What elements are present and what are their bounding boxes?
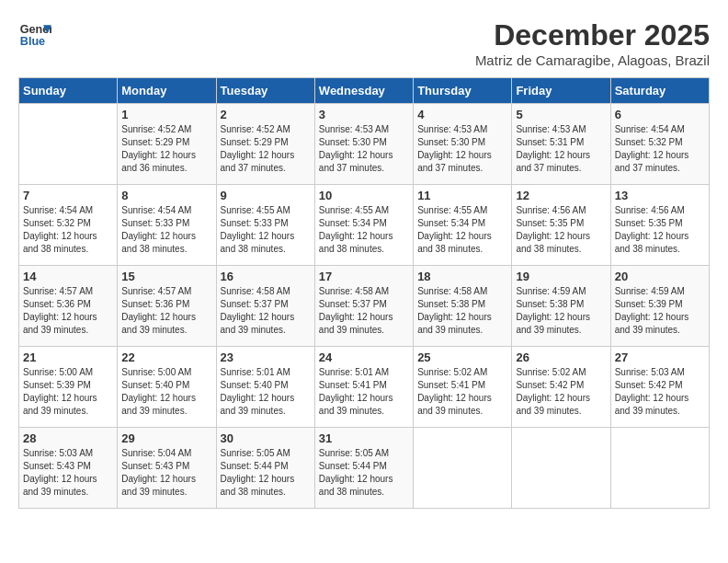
day-info: Sunrise: 4:52 AM Sunset: 5:29 PM Dayligh… (121, 123, 211, 175)
page-header: General Blue December 2025 Matriz de Cam… (18, 18, 710, 68)
day-info: Sunrise: 5:02 AM Sunset: 5:42 PM Dayligh… (516, 366, 606, 418)
calendar-cell: 9Sunrise: 4:55 AM Sunset: 5:33 PM Daylig… (216, 185, 314, 266)
day-info: Sunrise: 4:58 AM Sunset: 5:37 PM Dayligh… (221, 285, 311, 337)
calendar-cell: 15Sunrise: 4:57 AM Sunset: 5:36 PM Dayli… (118, 266, 216, 347)
weekday-header: Friday (512, 78, 610, 104)
calendar-cell: 13Sunrise: 4:56 AM Sunset: 5:35 PM Dayli… (610, 185, 709, 266)
day-number: 2 (221, 108, 311, 121)
day-number: 23 (221, 350, 311, 364)
day-number: 30 (221, 431, 311, 445)
day-number: 1 (121, 108, 211, 121)
day-number: 18 (417, 270, 507, 283)
day-info: Sunrise: 4:53 AM Sunset: 5:31 PM Dayligh… (516, 123, 606, 175)
day-info: Sunrise: 4:54 AM Sunset: 5:32 PM Dayligh… (615, 123, 705, 175)
day-info: Sunrise: 4:56 AM Sunset: 5:35 PM Dayligh… (516, 204, 606, 256)
day-number: 25 (417, 350, 507, 364)
day-info: Sunrise: 5:04 AM Sunset: 5:43 PM Dayligh… (121, 447, 211, 499)
day-info: Sunrise: 4:59 AM Sunset: 5:38 PM Dayligh… (516, 285, 606, 337)
calendar-cell: 4Sunrise: 4:53 AM Sunset: 5:30 PM Daylig… (414, 104, 512, 185)
calendar-cell: 31Sunrise: 5:05 AM Sunset: 5:44 PM Dayli… (314, 428, 413, 509)
day-number: 17 (319, 270, 409, 283)
calendar-cell: 25Sunrise: 5:02 AM Sunset: 5:41 PM Dayli… (414, 347, 512, 428)
calendar-cell: 8Sunrise: 4:54 AM Sunset: 5:33 PM Daylig… (118, 185, 216, 266)
weekday-header: Tuesday (216, 78, 314, 104)
day-info: Sunrise: 4:58 AM Sunset: 5:37 PM Dayligh… (319, 285, 409, 337)
logo-icon: General Blue (18, 18, 51, 52)
calendar-cell (19, 104, 118, 185)
day-number: 11 (417, 189, 507, 202)
day-number: 4 (417, 108, 507, 121)
day-info: Sunrise: 5:01 AM Sunset: 5:41 PM Dayligh… (319, 366, 409, 418)
calendar-cell: 17Sunrise: 4:58 AM Sunset: 5:37 PM Dayli… (314, 266, 413, 347)
day-info: Sunrise: 4:58 AM Sunset: 5:38 PM Dayligh… (417, 285, 507, 337)
day-info: Sunrise: 4:55 AM Sunset: 5:34 PM Dayligh… (417, 204, 507, 256)
day-info: Sunrise: 5:00 AM Sunset: 5:40 PM Dayligh… (121, 366, 211, 418)
day-info: Sunrise: 5:03 AM Sunset: 5:43 PM Dayligh… (23, 447, 113, 499)
calendar-cell: 7Sunrise: 4:54 AM Sunset: 5:32 PM Daylig… (19, 185, 118, 266)
day-number: 21 (23, 350, 113, 364)
day-info: Sunrise: 4:52 AM Sunset: 5:29 PM Dayligh… (221, 123, 311, 175)
day-number: 28 (23, 431, 113, 445)
day-number: 27 (615, 350, 705, 364)
calendar-cell: 18Sunrise: 4:58 AM Sunset: 5:38 PM Dayli… (414, 266, 512, 347)
day-info: Sunrise: 4:54 AM Sunset: 5:32 PM Dayligh… (23, 204, 113, 256)
day-number: 31 (319, 431, 409, 445)
day-info: Sunrise: 4:56 AM Sunset: 5:35 PM Dayligh… (615, 204, 705, 256)
calendar-cell: 24Sunrise: 5:01 AM Sunset: 5:41 PM Dayli… (314, 347, 413, 428)
day-number: 29 (121, 431, 211, 445)
calendar-cell: 29Sunrise: 5:04 AM Sunset: 5:43 PM Dayli… (118, 428, 216, 509)
weekday-header: Wednesday (314, 78, 413, 104)
calendar-cell (610, 428, 709, 509)
calendar-table: SundayMondayTuesdayWednesdayThursdayFrid… (18, 77, 710, 509)
day-number: 22 (121, 350, 211, 364)
day-info: Sunrise: 5:03 AM Sunset: 5:42 PM Dayligh… (615, 366, 705, 418)
calendar-cell: 12Sunrise: 4:56 AM Sunset: 5:35 PM Dayli… (512, 185, 610, 266)
calendar-cell: 22Sunrise: 5:00 AM Sunset: 5:40 PM Dayli… (118, 347, 216, 428)
calendar-cell (414, 428, 512, 509)
month-year-title: December 2025 (475, 18, 710, 52)
day-info: Sunrise: 5:00 AM Sunset: 5:39 PM Dayligh… (23, 366, 113, 418)
day-number: 16 (221, 270, 311, 283)
day-number: 12 (516, 189, 606, 202)
day-number: 10 (319, 189, 409, 202)
day-number: 8 (121, 189, 211, 202)
day-number: 3 (319, 108, 409, 121)
day-info: Sunrise: 5:05 AM Sunset: 5:44 PM Dayligh… (319, 447, 409, 499)
calendar-cell: 6Sunrise: 4:54 AM Sunset: 5:32 PM Daylig… (610, 104, 709, 185)
day-number: 7 (23, 189, 113, 202)
calendar-cell: 14Sunrise: 4:57 AM Sunset: 5:36 PM Dayli… (19, 266, 118, 347)
weekday-header: Saturday (610, 78, 709, 104)
day-number: 13 (615, 189, 705, 202)
calendar-cell: 27Sunrise: 5:03 AM Sunset: 5:42 PM Dayli… (610, 347, 709, 428)
day-number: 26 (516, 350, 606, 364)
svg-text:Blue: Blue (20, 35, 45, 48)
day-info: Sunrise: 4:57 AM Sunset: 5:36 PM Dayligh… (121, 285, 211, 337)
day-info: Sunrise: 4:57 AM Sunset: 5:36 PM Dayligh… (23, 285, 113, 337)
calendar-cell (512, 428, 610, 509)
calendar-cell: 30Sunrise: 5:05 AM Sunset: 5:44 PM Dayli… (216, 428, 314, 509)
day-number: 24 (319, 350, 409, 364)
calendar-cell: 3Sunrise: 4:53 AM Sunset: 5:30 PM Daylig… (314, 104, 413, 185)
calendar-cell: 11Sunrise: 4:55 AM Sunset: 5:34 PM Dayli… (414, 185, 512, 266)
day-info: Sunrise: 4:59 AM Sunset: 5:39 PM Dayligh… (615, 285, 705, 337)
day-number: 9 (221, 189, 311, 202)
calendar-cell: 28Sunrise: 5:03 AM Sunset: 5:43 PM Dayli… (19, 428, 118, 509)
calendar-cell: 21Sunrise: 5:00 AM Sunset: 5:39 PM Dayli… (19, 347, 118, 428)
day-number: 19 (516, 270, 606, 283)
calendar-cell: 1Sunrise: 4:52 AM Sunset: 5:29 PM Daylig… (118, 104, 216, 185)
day-number: 14 (23, 270, 113, 283)
day-info: Sunrise: 4:53 AM Sunset: 5:30 PM Dayligh… (417, 123, 507, 175)
weekday-header: Monday (118, 78, 216, 104)
calendar-cell: 23Sunrise: 5:01 AM Sunset: 5:40 PM Dayli… (216, 347, 314, 428)
location-subtitle: Matriz de Camaragibe, Alagoas, Brazil (475, 52, 710, 68)
weekday-header: Sunday (19, 78, 118, 104)
day-info: Sunrise: 4:53 AM Sunset: 5:30 PM Dayligh… (319, 123, 409, 175)
calendar-cell: 16Sunrise: 4:58 AM Sunset: 5:37 PM Dayli… (216, 266, 314, 347)
title-area: December 2025 Matriz de Camaragibe, Alag… (475, 18, 710, 68)
calendar-cell: 2Sunrise: 4:52 AM Sunset: 5:29 PM Daylig… (216, 104, 314, 185)
day-info: Sunrise: 5:05 AM Sunset: 5:44 PM Dayligh… (221, 447, 311, 499)
calendar-cell: 10Sunrise: 4:55 AM Sunset: 5:34 PM Dayli… (314, 185, 413, 266)
day-info: Sunrise: 4:55 AM Sunset: 5:33 PM Dayligh… (221, 204, 311, 256)
day-info: Sunrise: 5:02 AM Sunset: 5:41 PM Dayligh… (417, 366, 507, 418)
day-number: 5 (516, 108, 606, 121)
